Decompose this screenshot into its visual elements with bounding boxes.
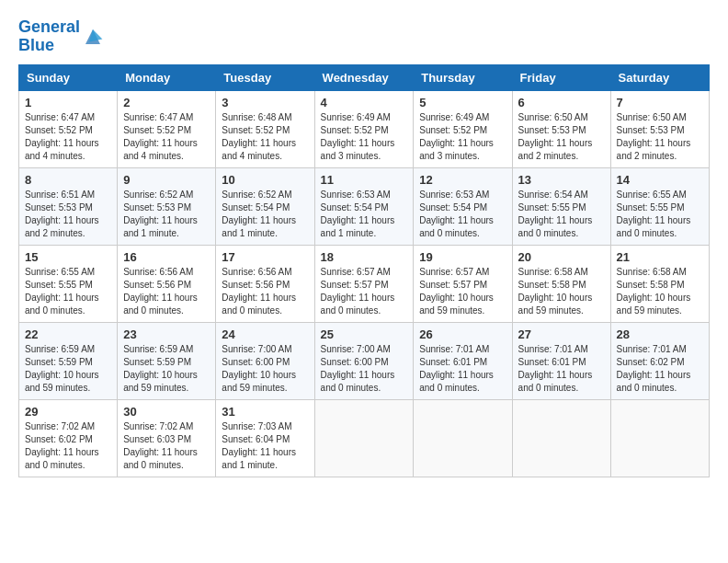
day-number: 26 <box>419 327 506 341</box>
calendar-day-cell: 17 Sunrise: 6:56 AM Sunset: 5:56 PM Dayl… <box>216 245 314 322</box>
day-info: Sunrise: 6:59 AM Sunset: 5:59 PM Dayligh… <box>123 343 210 395</box>
day-number: 13 <box>518 173 605 187</box>
day-info: Sunrise: 7:00 AM Sunset: 6:00 PM Dayligh… <box>321 343 408 395</box>
calendar-week-row: 8 Sunrise: 6:51 AM Sunset: 5:53 PM Dayli… <box>19 167 710 245</box>
day-number: 25 <box>321 327 408 341</box>
calendar-day-cell: 8 Sunrise: 6:51 AM Sunset: 5:53 PM Dayli… <box>19 167 118 245</box>
calendar-day-cell: 22 Sunrise: 6:59 AM Sunset: 5:59 PM Dayl… <box>19 322 118 399</box>
weekday-header: Saturday <box>610 64 709 90</box>
calendar-day-cell: 18 Sunrise: 6:57 AM Sunset: 5:57 PM Dayl… <box>314 245 414 322</box>
calendar-day-cell: 9 Sunrise: 6:52 AM Sunset: 5:53 PM Dayli… <box>118 167 216 245</box>
calendar-day-cell: 2 Sunrise: 6:47 AM Sunset: 5:52 PM Dayli… <box>118 90 216 167</box>
calendar-day-cell: 4 Sunrise: 6:49 AM Sunset: 5:52 PM Dayli… <box>314 90 414 167</box>
logo-text: GeneralBlue <box>18 18 80 55</box>
calendar-day-cell: 24 Sunrise: 7:00 AM Sunset: 6:00 PM Dayl… <box>216 322 314 399</box>
weekday-header: Thursday <box>414 64 512 90</box>
day-number: 3 <box>222 96 308 109</box>
calendar-header-row: SundayMondayTuesdayWednesdayThursdayFrid… <box>19 64 710 90</box>
day-info: Sunrise: 6:59 AM Sunset: 5:59 PM Dayligh… <box>25 343 111 395</box>
calendar-week-row: 22 Sunrise: 6:59 AM Sunset: 5:59 PM Dayl… <box>19 322 710 399</box>
day-number: 29 <box>25 405 111 419</box>
calendar-day-cell: 6 Sunrise: 6:50 AM Sunset: 5:53 PM Dayli… <box>512 90 610 167</box>
calendar-table: SundayMondayTuesdayWednesdayThursdayFrid… <box>18 64 710 477</box>
day-info: Sunrise: 6:52 AM Sunset: 5:54 PM Dayligh… <box>222 189 308 240</box>
day-info: Sunrise: 6:47 AM Sunset: 5:52 PM Dayligh… <box>25 111 111 163</box>
calendar-day-cell: 25 Sunrise: 7:00 AM Sunset: 6:00 PM Dayl… <box>314 322 414 399</box>
day-info: Sunrise: 7:01 AM Sunset: 6:01 PM Dayligh… <box>518 343 605 395</box>
calendar-day-cell: 7 Sunrise: 6:50 AM Sunset: 5:53 PM Dayli… <box>610 90 709 167</box>
calendar-day-cell <box>414 399 512 477</box>
day-number: 17 <box>222 250 308 264</box>
calendar-day-cell: 12 Sunrise: 6:53 AM Sunset: 5:54 PM Dayl… <box>414 167 512 245</box>
day-info: Sunrise: 6:57 AM Sunset: 5:57 PM Dayligh… <box>419 266 506 317</box>
day-number: 27 <box>518 327 605 341</box>
day-number: 30 <box>123 405 210 419</box>
day-info: Sunrise: 7:03 AM Sunset: 6:04 PM Dayligh… <box>222 420 308 472</box>
calendar-week-row: 1 Sunrise: 6:47 AM Sunset: 5:52 PM Dayli… <box>19 90 710 167</box>
calendar-day-cell: 16 Sunrise: 6:56 AM Sunset: 5:56 PM Dayl… <box>118 245 216 322</box>
calendar-day-cell: 14 Sunrise: 6:55 AM Sunset: 5:55 PM Dayl… <box>610 167 709 245</box>
day-info: Sunrise: 6:54 AM Sunset: 5:55 PM Dayligh… <box>518 189 605 240</box>
day-info: Sunrise: 7:01 AM Sunset: 6:02 PM Dayligh… <box>617 343 703 395</box>
day-number: 12 <box>419 173 506 187</box>
day-info: Sunrise: 7:02 AM Sunset: 6:03 PM Dayligh… <box>123 420 210 472</box>
logo-icon <box>82 26 104 48</box>
calendar-day-cell: 29 Sunrise: 7:02 AM Sunset: 6:02 PM Dayl… <box>19 399 118 477</box>
day-info: Sunrise: 6:57 AM Sunset: 5:57 PM Dayligh… <box>321 266 408 317</box>
calendar-day-cell: 26 Sunrise: 7:01 AM Sunset: 6:01 PM Dayl… <box>414 322 512 399</box>
day-info: Sunrise: 6:48 AM Sunset: 5:52 PM Dayligh… <box>222 111 308 163</box>
calendar-day-cell: 31 Sunrise: 7:03 AM Sunset: 6:04 PM Dayl… <box>216 399 314 477</box>
day-number: 22 <box>25 327 111 341</box>
calendar-day-cell <box>610 399 709 477</box>
day-info: Sunrise: 6:50 AM Sunset: 5:53 PM Dayligh… <box>617 111 703 163</box>
day-info: Sunrise: 6:55 AM Sunset: 5:55 PM Dayligh… <box>25 266 111 317</box>
weekday-header: Sunday <box>19 64 118 90</box>
day-number: 18 <box>321 250 408 264</box>
day-number: 11 <box>321 173 408 187</box>
day-number: 15 <box>25 250 111 264</box>
calendar-day-cell <box>314 399 414 477</box>
weekday-header: Monday <box>118 64 216 90</box>
day-number: 23 <box>123 327 210 341</box>
day-info: Sunrise: 7:02 AM Sunset: 6:02 PM Dayligh… <box>25 420 111 472</box>
day-info: Sunrise: 6:52 AM Sunset: 5:53 PM Dayligh… <box>123 189 210 240</box>
day-number: 7 <box>617 96 703 109</box>
calendar-day-cell: 21 Sunrise: 6:58 AM Sunset: 5:58 PM Dayl… <box>610 245 709 322</box>
calendar-day-cell: 28 Sunrise: 7:01 AM Sunset: 6:02 PM Dayl… <box>610 322 709 399</box>
day-info: Sunrise: 6:58 AM Sunset: 5:58 PM Dayligh… <box>518 266 605 317</box>
calendar-day-cell: 30 Sunrise: 7:02 AM Sunset: 6:03 PM Dayl… <box>118 399 216 477</box>
calendar-day-cell: 10 Sunrise: 6:52 AM Sunset: 5:54 PM Dayl… <box>216 167 314 245</box>
svg-marker-1 <box>89 29 102 42</box>
day-info: Sunrise: 6:56 AM Sunset: 5:56 PM Dayligh… <box>123 266 210 317</box>
day-number: 5 <box>419 96 506 109</box>
day-number: 28 <box>617 327 703 341</box>
weekday-header: Tuesday <box>216 64 314 90</box>
day-number: 2 <box>123 96 210 109</box>
calendar-week-row: 29 Sunrise: 7:02 AM Sunset: 6:02 PM Dayl… <box>19 399 710 477</box>
day-number: 14 <box>617 173 703 187</box>
calendar-week-row: 15 Sunrise: 6:55 AM Sunset: 5:55 PM Dayl… <box>19 245 710 322</box>
day-info: Sunrise: 6:58 AM Sunset: 5:58 PM Dayligh… <box>617 266 703 317</box>
calendar-day-cell <box>512 399 610 477</box>
logo: GeneralBlue <box>18 18 104 55</box>
day-number: 8 <box>25 173 111 187</box>
day-info: Sunrise: 7:01 AM Sunset: 6:01 PM Dayligh… <box>419 343 506 395</box>
calendar-day-cell: 13 Sunrise: 6:54 AM Sunset: 5:55 PM Dayl… <box>512 167 610 245</box>
day-number: 4 <box>321 96 408 109</box>
day-number: 19 <box>419 250 506 264</box>
day-number: 20 <box>518 250 605 264</box>
day-info: Sunrise: 6:53 AM Sunset: 5:54 PM Dayligh… <box>321 189 408 240</box>
calendar-day-cell: 1 Sunrise: 6:47 AM Sunset: 5:52 PM Dayli… <box>19 90 118 167</box>
day-number: 16 <box>123 250 210 264</box>
day-info: Sunrise: 6:56 AM Sunset: 5:56 PM Dayligh… <box>222 266 308 317</box>
calendar-day-cell: 15 Sunrise: 6:55 AM Sunset: 5:55 PM Dayl… <box>19 245 118 322</box>
day-info: Sunrise: 6:50 AM Sunset: 5:53 PM Dayligh… <box>518 111 605 163</box>
calendar-day-cell: 19 Sunrise: 6:57 AM Sunset: 5:57 PM Dayl… <box>414 245 512 322</box>
day-number: 31 <box>222 405 308 419</box>
day-number: 9 <box>123 173 210 187</box>
page-header: GeneralBlue <box>18 18 710 55</box>
day-info: Sunrise: 6:47 AM Sunset: 5:52 PM Dayligh… <box>123 111 210 163</box>
day-info: Sunrise: 6:51 AM Sunset: 5:53 PM Dayligh… <box>25 189 111 240</box>
calendar-day-cell: 5 Sunrise: 6:49 AM Sunset: 5:52 PM Dayli… <box>414 90 512 167</box>
day-info: Sunrise: 6:49 AM Sunset: 5:52 PM Dayligh… <box>321 111 408 163</box>
